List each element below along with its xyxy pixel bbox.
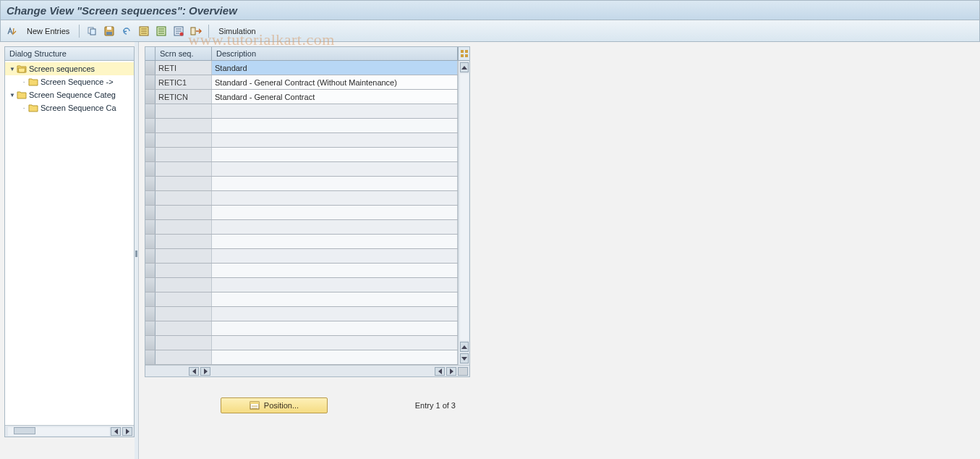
cell-scrnseq[interactable]: RETIC1 <box>155 75 212 89</box>
vscroll-track[interactable] <box>460 74 469 340</box>
hscroll-right[interactable] <box>122 427 132 436</box>
hscroll-thumb[interactable] <box>14 427 35 434</box>
row-selector[interactable] <box>145 307 155 321</box>
toggle-mode-icon[interactable] <box>5 24 20 38</box>
cell-scrnseq[interactable] <box>155 264 212 277</box>
cell-scrnseq[interactable] <box>155 148 212 161</box>
cell-description[interactable] <box>212 133 458 147</box>
delete-icon[interactable] <box>171 24 186 38</box>
cell-description[interactable] <box>212 206 458 219</box>
cell-description[interactable]: Standard - General Contract (Without Mai… <box>212 75 458 89</box>
grid-vscroll[interactable] <box>458 61 469 365</box>
table-row[interactable] <box>145 220 458 235</box>
table-row[interactable]: RETIStandard <box>145 61 458 75</box>
cell-description[interactable] <box>212 177 458 190</box>
row-selector[interactable] <box>145 90 155 104</box>
cell-description[interactable] <box>212 350 458 364</box>
table-row[interactable] <box>145 119 458 133</box>
row-selector[interactable] <box>145 104 155 118</box>
grid-hscroll[interactable] <box>145 365 469 376</box>
cell-description[interactable] <box>212 264 458 277</box>
collapse-icon[interactable]: ▼ <box>8 66 17 72</box>
save-icon[interactable] <box>102 24 116 38</box>
tree-node[interactable]: ▼Screen Sequence Categ <box>5 88 134 101</box>
cell-description[interactable] <box>212 162 458 176</box>
table-row[interactable] <box>145 350 458 365</box>
table-row[interactable] <box>145 148 458 162</box>
hscroll-left[interactable] <box>111 427 121 436</box>
cell-description[interactable] <box>212 249 458 263</box>
cell-description[interactable] <box>212 307 458 321</box>
row-selector[interactable] <box>145 220 155 234</box>
table-row[interactable]: RETICNStandard - General Contract <box>145 90 458 104</box>
collapse-icon[interactable]: ▼ <box>8 92 17 98</box>
row-selector[interactable] <box>145 249 155 263</box>
row-selector[interactable] <box>145 206 155 219</box>
row-selector[interactable] <box>145 278 155 292</box>
cell-description[interactable] <box>212 191 458 205</box>
cell-scrnseq[interactable]: RETI <box>155 61 212 75</box>
cell-scrnseq[interactable] <box>155 350 212 364</box>
select-all-icon[interactable] <box>137 24 151 38</box>
row-selector[interactable] <box>145 350 155 364</box>
cell-description[interactable] <box>212 321 458 335</box>
vscroll-up-btn[interactable] <box>460 342 469 352</box>
row-selector[interactable] <box>145 75 155 89</box>
table-row[interactable] <box>145 292 458 307</box>
row-selector[interactable] <box>145 148 155 161</box>
simulation-button[interactable]: Simulation <box>214 27 260 35</box>
cell-scrnseq[interactable] <box>155 336 212 350</box>
col-header-scrnseq[interactable]: Scrn seq. <box>155 47 212 60</box>
row-selector[interactable] <box>145 321 155 335</box>
cell-scrnseq[interactable] <box>155 220 212 234</box>
cell-scrnseq[interactable] <box>155 119 212 132</box>
table-row[interactable] <box>145 191 458 206</box>
col2-scroll-right[interactable] <box>446 367 456 376</box>
position-button[interactable]: Position... <box>221 397 328 413</box>
cell-description[interactable] <box>212 220 458 234</box>
deselect-all-icon[interactable] <box>154 24 169 38</box>
row-selector[interactable] <box>145 177 155 190</box>
col1-scroll-left[interactable] <box>189 367 199 376</box>
new-entries-button[interactable]: New Entries <box>22 27 74 35</box>
row-selector[interactable] <box>145 191 155 205</box>
cell-scrnseq[interactable] <box>155 177 212 190</box>
cell-scrnseq[interactable] <box>155 162 212 176</box>
table-row[interactable] <box>145 177 458 191</box>
row-selector[interactable] <box>145 133 155 147</box>
row-selector[interactable] <box>145 119 155 132</box>
cell-scrnseq[interactable] <box>155 206 212 219</box>
cell-scrnseq[interactable] <box>155 191 212 205</box>
tree-hscroll[interactable] <box>5 425 134 437</box>
cell-description[interactable] <box>212 292 458 306</box>
table-row[interactable] <box>145 307 458 321</box>
cell-description[interactable] <box>212 104 458 118</box>
table-row[interactable] <box>145 206 458 220</box>
cell-description[interactable] <box>212 119 458 132</box>
table-row[interactable]: RETIC1Standard - General Contract (Witho… <box>145 75 458 90</box>
exit-icon[interactable] <box>189 24 203 38</box>
bullet-icon[interactable]: · <box>20 105 28 111</box>
table-row[interactable] <box>145 321 458 336</box>
dialog-structure-tree[interactable]: ▼Screen sequences·Screen Sequence ->▼Scr… <box>5 61 134 425</box>
table-row[interactable] <box>145 336 458 350</box>
table-row[interactable] <box>145 264 458 278</box>
tree-node[interactable]: ·Screen Sequence Ca <box>5 101 134 114</box>
row-selector[interactable] <box>145 61 155 75</box>
grid-options-icon[interactable] <box>458 47 469 60</box>
cell-scrnseq[interactable] <box>155 307 212 321</box>
table-row[interactable] <box>145 104 458 119</box>
cell-scrnseq[interactable] <box>155 104 212 118</box>
bullet-icon[interactable]: · <box>20 79 28 85</box>
col1-scroll-right[interactable] <box>200 367 210 376</box>
cell-scrnseq[interactable] <box>155 292 212 306</box>
row-selector[interactable] <box>145 336 155 350</box>
cell-scrnseq[interactable] <box>155 249 212 263</box>
cell-scrnseq[interactable] <box>155 321 212 335</box>
copy-icon[interactable] <box>85 24 99 38</box>
cell-description[interactable] <box>212 148 458 161</box>
table-row[interactable] <box>145 235 458 249</box>
cell-description[interactable] <box>212 336 458 350</box>
header-select-all[interactable] <box>145 47 155 60</box>
cell-description[interactable]: Standard - General Contract <box>212 90 458 104</box>
